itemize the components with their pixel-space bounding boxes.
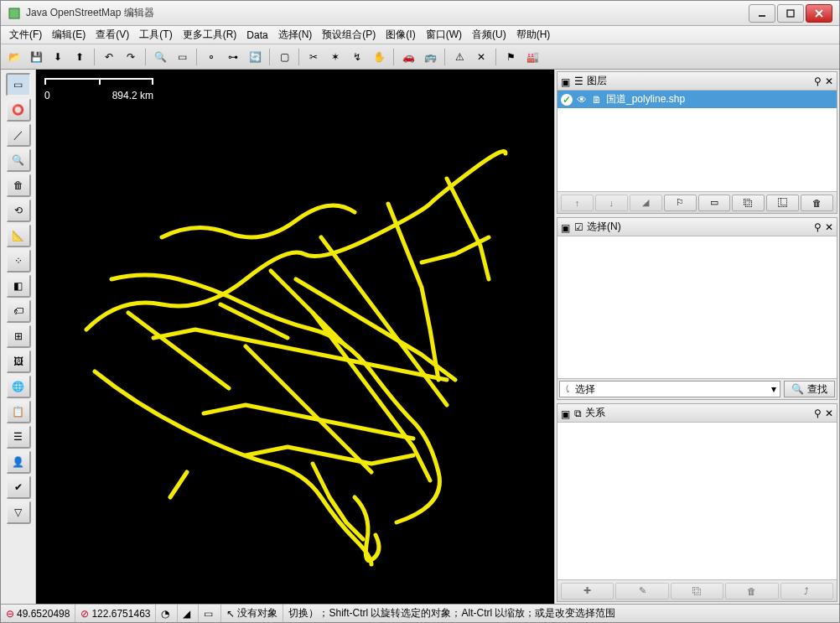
relations-panel: ▣ ⧉ 关系 ⚲ ✕ ✚ ✎ ⿻ 🗑 ⤴ — [557, 403, 837, 602]
ruler-icon: ▭ — [204, 608, 213, 620]
menu-item[interactable]: 选择(N) — [273, 26, 318, 44]
tool-a-button[interactable]: ✂ — [303, 47, 324, 67]
minimize-button[interactable] — [749, 4, 775, 23]
selection-panel-title: 选择(N) — [587, 220, 811, 234]
layer-merge-button[interactable]: ⿺ — [766, 195, 799, 211]
object-cell: ↖ 没有对象 — [221, 605, 283, 622]
flag-button[interactable]: ⚑ — [500, 47, 521, 67]
delete-button[interactable]: ✕ — [471, 47, 491, 67]
measure-tool[interactable]: 📐 — [6, 224, 31, 247]
history-tool[interactable]: ⟲ — [6, 199, 31, 222]
redo-button[interactable]: ↷ — [121, 47, 141, 67]
way-tool-button[interactable]: ⊶ — [223, 47, 243, 67]
layers-icon: ☰ — [574, 75, 583, 87]
delete-tag-tool[interactable]: 🗑 — [6, 174, 31, 197]
draw-line-tool[interactable]: ／ — [6, 123, 31, 147]
relation-select-button[interactable]: ⤴ — [780, 583, 833, 600]
layer-name: 国道_polyline.shp — [606, 92, 685, 106]
search-button[interactable]: 🔍 — [150, 47, 170, 67]
menu-item[interactable]: 预设组合(P) — [317, 26, 381, 44]
collapse-icon[interactable]: ▣ — [561, 76, 571, 86]
download-button[interactable]: ⬇ — [48, 47, 68, 67]
maximize-button[interactable] — [777, 4, 804, 23]
window-title: Java OpenStreetMap 编辑器 — [26, 6, 749, 20]
selection-combo[interactable]: ⤹ 选择 ▾ — [559, 381, 780, 397]
zoom-tool[interactable]: 🔍 — [6, 148, 31, 172]
tags-tool[interactable]: 🏷 — [6, 299, 31, 323]
gradient-tool[interactable]: ◧ — [6, 274, 31, 298]
select-button[interactable]: ▭ — [172, 47, 192, 67]
layer-edit-button[interactable]: ▭ — [698, 195, 731, 211]
globe-tool[interactable]: 🌐 — [6, 375, 31, 398]
layer-item[interactable]: ✓ 👁 🗎 国道_polyline.shp — [557, 91, 837, 108]
upload-button[interactable]: ⬆ — [70, 47, 90, 67]
map-roads — [36, 70, 539, 589]
menu-item[interactable]: 窗口(W) — [421, 26, 467, 44]
bus-button[interactable]: 🚌 — [420, 47, 440, 67]
node-tool-button[interactable]: ⚬ — [201, 47, 221, 67]
pin-icon[interactable]: ⚲ — [814, 75, 822, 87]
close-button[interactable] — [806, 4, 832, 23]
tool-b-button[interactable]: ✶ — [325, 47, 345, 67]
relation-delete-button[interactable]: 🗑 — [725, 583, 778, 600]
panel-close-icon[interactable]: ✕ — [825, 221, 833, 233]
layer-delete-button[interactable]: 🗑 — [801, 195, 833, 211]
open-file-button[interactable]: 📂 — [4, 47, 24, 67]
layer-down-button[interactable]: ↓ — [595, 195, 628, 211]
funnel-tool[interactable]: ▽ — [6, 501, 31, 524]
relation-duplicate-button[interactable]: ⿻ — [671, 583, 723, 600]
layer-duplicate-button[interactable]: ⿻ — [732, 195, 765, 211]
presets-tool[interactable]: 📋 — [6, 400, 31, 423]
new-layer-tool[interactable]: ⊞ — [6, 324, 31, 348]
layer-opacity-button[interactable]: ◢ — [630, 195, 662, 211]
relation-add-button[interactable]: ✚ — [561, 583, 614, 600]
menu-item[interactable]: 图像(I) — [381, 26, 420, 44]
panel-close-icon[interactable]: ✕ — [825, 408, 833, 419]
menu-item[interactable]: 音频(U) — [467, 26, 511, 44]
eye-icon[interactable]: 👁 — [576, 94, 588, 106]
select-tool[interactable]: ▭ — [6, 73, 31, 96]
warning-button[interactable]: ⚠ — [449, 47, 469, 67]
car-button[interactable]: 🚗 — [398, 47, 418, 67]
pin-icon[interactable]: ⚲ — [814, 408, 822, 419]
menu-item[interactable]: 查看(V) — [91, 26, 134, 44]
layer-visibility-button[interactable]: ⚐ — [664, 195, 697, 211]
menu-item[interactable]: 帮助(H) — [511, 26, 556, 44]
angle-cell: ◢ — [178, 605, 199, 622]
collapse-icon[interactable]: ▣ — [561, 408, 571, 418]
lon-icon: ⊘ — [80, 608, 89, 620]
layer-grey-button[interactable]: ▢ — [274, 47, 294, 67]
lat-cell: ⊖ 49.6520498 — [1, 605, 75, 622]
pin-icon[interactable]: ⚲ — [814, 221, 822, 233]
relations-toolbar: ✚ ✎ ⿻ 🗑 ⤴ — [557, 579, 837, 601]
lasso-tool[interactable]: ⭕ — [6, 98, 31, 122]
relation-edit-button[interactable]: ✎ — [615, 583, 668, 600]
app-icon — [8, 7, 21, 20]
validate-tool[interactable]: ✔ — [6, 475, 31, 499]
titlebar: Java OpenStreetMap 编辑器 — [1, 1, 839, 26]
layer-up-button[interactable]: ↑ — [561, 195, 594, 211]
heading-cell: ◔ — [156, 605, 178, 622]
search-button[interactable]: 🔍 查找 — [784, 381, 835, 397]
menu-item[interactable]: 文件(F) — [4, 26, 47, 44]
nodes-tool[interactable]: ⁘ — [6, 249, 31, 273]
left-tool-palette: ▭⭕／🔍🗑⟲📐⁘◧🏷⊞🖼🌐📋☰👤✔▽ — [1, 70, 36, 604]
map-canvas[interactable]: 0 894.2 km — [36, 70, 554, 604]
search-icon: 🔍 — [791, 383, 804, 395]
panel-close-icon[interactable]: ✕ — [825, 75, 833, 87]
save-file-button[interactable]: 💾 — [26, 47, 46, 67]
hand-button[interactable]: ✋ — [369, 47, 389, 67]
menu-item[interactable]: 工具(T) — [134, 26, 177, 44]
author-tool[interactable]: 👤 — [6, 450, 31, 474]
tool-c-button[interactable]: ↯ — [347, 47, 367, 67]
menu-item[interactable]: Data — [241, 28, 272, 43]
undo-button[interactable]: ↶ — [99, 47, 119, 67]
imagery-tool[interactable]: 🖼 — [6, 350, 31, 373]
menu-item[interactable]: 更多工具(R) — [178, 26, 242, 44]
menu-item[interactable]: 编辑(E) — [47, 26, 91, 44]
angle-icon: ◢ — [183, 608, 190, 620]
refresh-button[interactable]: 🔄 — [245, 47, 265, 67]
factory-button[interactable]: 🏭 — [522, 47, 542, 67]
collapse-icon[interactable]: ▣ — [561, 222, 571, 232]
filter-tool[interactable]: ☰ — [6, 425, 31, 449]
